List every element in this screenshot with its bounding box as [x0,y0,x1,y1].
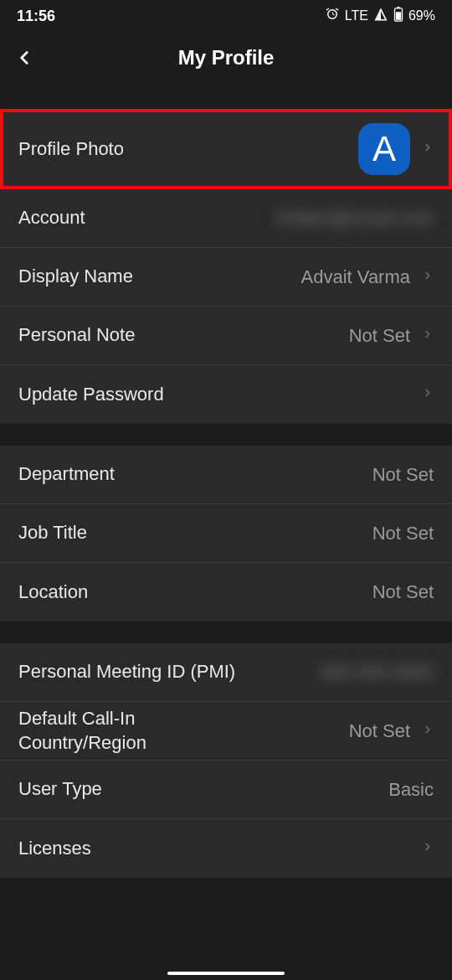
row-label: Update Password [18,383,164,407]
row-job-title[interactable]: Job Title Not Set [0,504,452,563]
row-label: Account [18,206,85,230]
row-value: Not Set [372,464,434,486]
row-value: Not Set [349,325,410,347]
chevron-right-icon [422,384,434,405]
row-value: Basic [388,779,434,801]
row-profile-photo[interactable]: Profile Photo A [0,109,452,189]
row-label: Default Call-In Country/Region [18,707,236,755]
nav-indicator [167,972,285,975]
row-callin[interactable]: Default Call-In Country/Region Not Set [0,702,452,761]
row-value-hidden: 000 000 0000 [321,663,434,682]
status-time: 11:56 [17,8,55,25]
row-account[interactable]: Account hidden@email.com [0,189,452,248]
network-label: LTE [345,8,368,23]
header: My Profile [0,32,452,84]
back-button[interactable] [13,47,35,69]
status-indicators: LTE 69% [325,7,435,25]
svg-rect-1 [397,7,400,8]
row-value: Not Set [372,523,434,544]
chevron-right-icon [422,721,434,741]
signal-icon [373,7,388,25]
row-label: Personal Meeting ID (PMI) [18,660,235,684]
row-display-name[interactable]: Display Name Advait Varma [0,248,452,307]
status-bar: 11:56 LTE 69% [0,0,452,32]
svg-rect-2 [396,12,401,19]
row-update-password[interactable]: Update Password [0,365,452,424]
section-meeting: Personal Meeting ID (PMI) 000 000 0000 D… [0,643,452,878]
chevron-right-icon [422,326,434,346]
row-value-hidden: hidden@email.com [277,209,434,228]
chevron-right-icon [422,267,434,287]
section-work: Department Not Set Job Title Not Set Loc… [0,446,452,622]
row-licenses[interactable]: Licenses [0,819,452,878]
section-profile: Profile Photo A Account hidden@email.com… [0,109,452,424]
row-label: Department [18,462,115,487]
chevron-left-icon [13,47,35,69]
row-user-type[interactable]: User Type Basic [0,761,452,819]
row-label: Location [18,580,88,605]
row-label: User Type [18,777,102,802]
row-pmi[interactable]: Personal Meeting ID (PMI) 000 000 0000 [0,643,452,702]
row-personal-note[interactable]: Personal Note Not Set [0,307,452,365]
row-label: Job Title [18,521,87,545]
chevron-right-icon [422,838,434,859]
chevron-right-icon [422,139,434,159]
row-label: Profile Photo [18,137,124,162]
row-label: Licenses [18,837,91,861]
row-value: Advait Varma [301,266,410,288]
avatar: A [358,123,410,175]
alarm-icon [325,7,340,25]
battery-icon [393,7,403,25]
row-label: Display Name [18,265,133,289]
page-title: My Profile [178,46,275,70]
content: Profile Photo A Account hidden@email.com… [0,109,452,878]
battery-percent: 69% [408,8,435,23]
row-label: Personal Note [18,323,135,348]
row-value: Not Set [372,581,434,603]
row-location[interactable]: Location Not Set [0,563,452,622]
row-value: Not Set [349,720,410,742]
row-department[interactable]: Department Not Set [0,446,452,504]
avatar-letter: A [372,129,396,169]
